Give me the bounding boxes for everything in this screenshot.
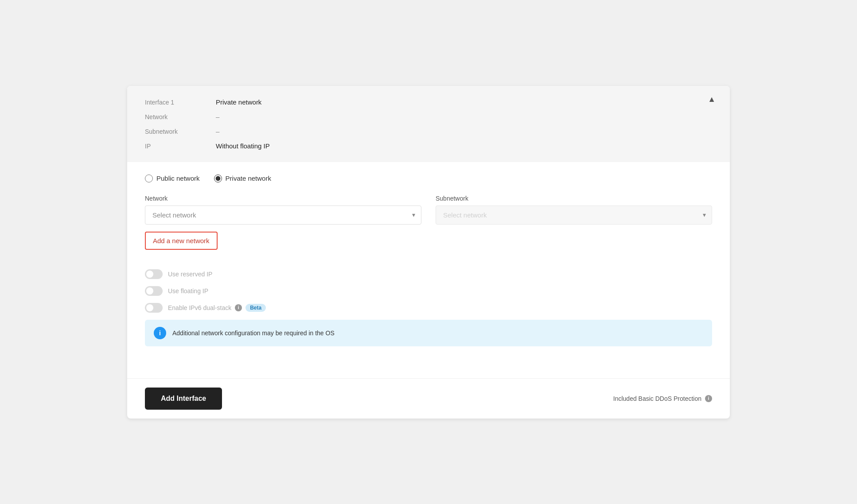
subnetwork-value: – (216, 128, 219, 135)
add-interface-button[interactable]: Add Interface (145, 388, 222, 410)
public-network-radio[interactable] (145, 174, 153, 182)
subnetwork-select[interactable]: Select network (436, 205, 712, 225)
info-banner: i Additional network configuration may b… (145, 320, 712, 346)
collapse-button[interactable]: ▲ (704, 93, 719, 106)
interface-label: Interface 1 (145, 99, 216, 106)
reserved-ip-row: Use reserved IP (145, 269, 712, 279)
main-container: Interface 1 Private network Network – Su… (127, 86, 730, 419)
private-network-radio[interactable] (214, 174, 222, 182)
ipv6-slider (145, 303, 163, 313)
subnetwork-row: Subnetwork – (145, 124, 712, 139)
network-value: – (216, 113, 219, 120)
footer: Add Interface Included Basic DDoS Protec… (127, 378, 730, 419)
ip-value: Without floating IP (216, 142, 270, 150)
ip-row: IP Without floating IP (145, 139, 712, 153)
summary-section: Interface 1 Private network Network – Su… (127, 86, 730, 162)
ip-label: IP (145, 143, 216, 150)
reserved-ip-slider (145, 269, 163, 279)
info-banner-icon: i (154, 327, 166, 339)
subnetwork-field-label: Subnetwork (436, 195, 712, 202)
floating-ip-toggle[interactable] (145, 286, 163, 296)
ddos-info: Included Basic DDoS Protection i (613, 395, 712, 402)
private-network-option[interactable]: Private network (214, 174, 271, 182)
interface-value: Private network (216, 98, 261, 106)
ddos-info-icon[interactable]: i (705, 395, 712, 402)
network-row: Network – (145, 109, 712, 124)
chevron-up-icon: ▲ (708, 95, 716, 104)
beta-badge: Beta (245, 304, 266, 312)
network-field-label: Network (145, 195, 421, 202)
floating-ip-row: Use floating IP (145, 286, 712, 296)
floating-ip-label: Use floating IP (168, 287, 208, 295)
info-banner-text: Additional network configuration may be … (172, 330, 335, 337)
public-network-option[interactable]: Public network (145, 174, 200, 182)
ipv6-label: Enable IPv6 dual-stack i Beta (168, 304, 266, 312)
public-network-label: Public network (156, 174, 200, 182)
network-select-wrapper: Select network ▾ (145, 205, 421, 225)
reserved-ip-toggle[interactable] (145, 269, 163, 279)
reserved-ip-label: Use reserved IP (168, 271, 212, 278)
form-section: Public network Private network Network S… (127, 162, 730, 378)
network-type-radio-group: Public network Private network (145, 174, 712, 182)
network-select[interactable]: Select network (145, 205, 421, 225)
network-subnetwork-row: Network Select network ▾ Subnetwork Sele… (145, 195, 712, 225)
ipv6-row: Enable IPv6 dual-stack i Beta (145, 303, 712, 313)
ddos-text: Included Basic DDoS Protection (613, 395, 701, 402)
add-new-network-link[interactable]: Add a new network (145, 232, 218, 250)
interface-row: Interface 1 Private network (145, 95, 712, 109)
subnetwork-field-group: Subnetwork Select network ▾ (436, 195, 712, 225)
subnetwork-label: Subnetwork (145, 128, 216, 135)
network-label: Network (145, 113, 216, 120)
subnetwork-select-wrapper: Select network ▾ (436, 205, 712, 225)
ipv6-toggle[interactable] (145, 303, 163, 313)
private-network-label: Private network (226, 174, 271, 182)
add-network-wrapper: Add a new network (145, 232, 712, 260)
ipv6-info-icon[interactable]: i (235, 304, 242, 311)
network-field-group: Network Select network ▾ (145, 195, 421, 225)
floating-ip-slider (145, 286, 163, 296)
